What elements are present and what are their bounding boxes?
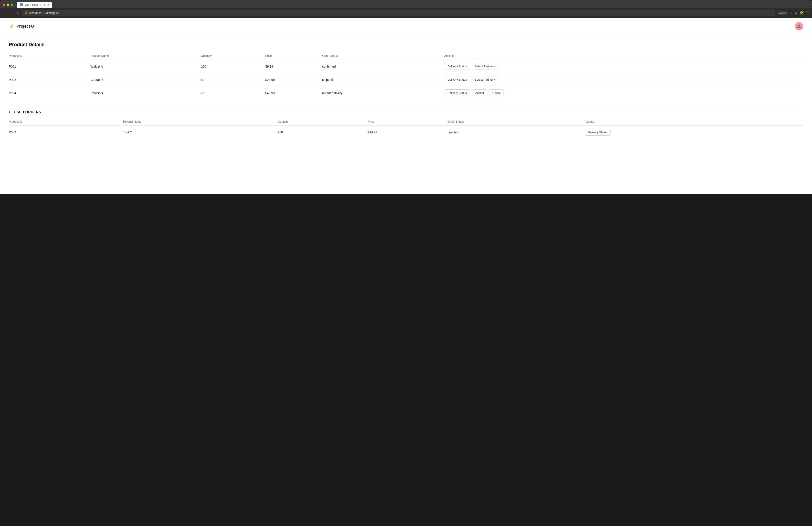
select-partner-button[interactable]: Select Partner ▾ xyxy=(472,63,498,70)
maximize-window-button[interactable] xyxy=(11,3,13,6)
closed-orders-table: Product ID Product Name Quantity Price O… xyxy=(9,118,803,139)
closed-col-order-status: Order Status xyxy=(448,118,585,126)
tab-close-button[interactable]: × xyxy=(47,3,49,6)
closed-col-actions: Actions xyxy=(585,118,803,126)
product-details-tbody: P001 Widget A 100 $9.99 confirmed Delive… xyxy=(9,60,803,100)
closed-orders-thead: Product ID Product Name Quantity Price O… xyxy=(9,118,803,126)
app-logo: ⚡ Project G xyxy=(9,24,34,29)
logo-lightning-icon: ⚡ xyxy=(9,24,14,29)
cell-quantity: 100 xyxy=(201,60,265,73)
closed-col-price: Price xyxy=(368,118,448,126)
closed-orders-title: CLOSED ORDERS xyxy=(9,110,803,114)
tab-title: Vite + React + TS xyxy=(25,3,45,6)
chevron-down-icon: ▾ xyxy=(494,65,495,68)
actions-cell: Delivery Status Select Partner ▾ xyxy=(444,63,803,70)
chevron-down-icon: ▾ xyxy=(494,79,495,81)
close-window-button[interactable] xyxy=(3,3,5,6)
table-row: P004 Device D 75 $49.99 out for delivery… xyxy=(9,86,803,100)
product-details-title: Product Details xyxy=(9,42,803,47)
cell-quantity: 50 xyxy=(201,73,265,86)
cell-product-name: Device D xyxy=(90,86,201,100)
forward-button[interactable]: → xyxy=(9,10,14,15)
page-content: Product Details Product ID Product Name … xyxy=(0,35,812,145)
accept-button[interactable]: Accept xyxy=(472,89,488,96)
col-order-status: Order Status xyxy=(322,52,444,60)
closed-col-quantity: Quantity xyxy=(278,118,368,126)
cell-price: $14.99 xyxy=(368,126,448,139)
cell-quantity: 200 xyxy=(278,126,368,139)
cell-order-status: confirmed xyxy=(322,60,444,73)
cell-product-id: P001 xyxy=(9,60,90,73)
product-details-thead: Product ID Product Name Quantity Price O… xyxy=(9,52,803,60)
delivery-status-button[interactable]: Delivery Status xyxy=(585,129,611,136)
app-header: ⚡ Project G xyxy=(0,18,812,35)
traffic-lights xyxy=(3,3,13,6)
col-quantity: Quantity xyxy=(201,52,265,60)
delivery-status-button[interactable]: Delivery Status xyxy=(444,63,470,70)
cell-actions: Delivery Status xyxy=(585,126,803,139)
back-button[interactable]: ← xyxy=(3,10,8,15)
select-partner-button[interactable]: Select Partner ▾ xyxy=(472,76,498,83)
refresh-button[interactable]: ↻ xyxy=(16,10,20,15)
cell-product-name: Widget A xyxy=(90,60,201,73)
url-display: localhost:5173/supplier xyxy=(29,11,59,15)
menu-icon[interactable]: ☰ xyxy=(806,11,809,15)
cell-price: $9.99 xyxy=(265,60,322,73)
cell-order-status: out for delivery xyxy=(322,86,444,100)
new-tab-button[interactable]: + xyxy=(54,3,60,7)
cell-product-id: P004 xyxy=(9,86,90,100)
svg-point-0 xyxy=(798,25,800,26)
cell-actions: Delivery Status Accept Reject xyxy=(444,86,803,100)
cell-product-name: Tool C xyxy=(123,126,278,139)
actions-cell: Delivery Status xyxy=(585,129,803,136)
table-row: P001 Widget A 100 $9.99 confirmed Delive… xyxy=(9,60,803,73)
col-product-name: Product Name xyxy=(90,52,201,60)
closed-col-product-name: Product Name xyxy=(123,118,278,126)
cell-order-status: rejected xyxy=(448,126,585,139)
active-tab[interactable]: V Vite + React + TS × xyxy=(17,2,52,8)
cell-product-id: P002 xyxy=(9,73,90,86)
lock-icon: 🔒 xyxy=(25,11,28,14)
tab-bar: V Vite + React + TS × + xyxy=(0,0,812,8)
tab-favicon: V xyxy=(20,3,23,6)
closed-orders-header-row: Product ID Product Name Quantity Price O… xyxy=(9,118,803,126)
col-actions: Actions xyxy=(444,52,803,60)
cell-actions: Delivery Status Select Partner ▾ xyxy=(444,60,803,73)
browser-window: V Vite + React + TS × + ← → ↻ 🔒 localhos… xyxy=(0,0,812,194)
cell-order-status: shipped xyxy=(322,73,444,86)
cell-price: $49.99 xyxy=(265,86,322,100)
cell-product-name: Gadget B xyxy=(90,73,201,86)
zoom-level: 110% xyxy=(777,11,787,15)
address-bar: ← → ↻ 🔒 localhost:5173/supplier 110% ☆ ⬇… xyxy=(0,8,812,18)
extensions-icon[interactable]: 🧩 xyxy=(800,11,804,15)
closed-orders-tbody: P003 Tool C 200 $14.99 rejected Delivery… xyxy=(9,126,803,139)
cell-quantity: 75 xyxy=(201,86,265,100)
cell-actions: Delivery Status Select Partner ▾ xyxy=(444,73,803,86)
product-details-header-row: Product ID Product Name Quantity Price O… xyxy=(9,52,803,60)
app-title: Project G xyxy=(17,24,34,29)
actions-cell: Delivery Status Accept Reject xyxy=(444,89,803,96)
browser-content: ⚡ Project G Product Details Product ID P… xyxy=(0,18,812,194)
table-row: P002 Gadget B 50 $24.99 shipped Delivery… xyxy=(9,73,803,86)
bookmark-icon[interactable]: ☆ xyxy=(789,11,792,15)
delivery-status-button[interactable]: Delivery Status xyxy=(444,89,470,96)
table-row: P003 Tool C 200 $14.99 rejected Delivery… xyxy=(9,126,803,139)
actions-cell: Delivery Status Select Partner ▾ xyxy=(444,76,803,83)
closed-col-product-id: Product ID xyxy=(9,118,123,126)
col-product-id: Product ID xyxy=(9,52,90,60)
cell-product-id: P003 xyxy=(9,126,123,139)
cell-price: $24.99 xyxy=(265,73,322,86)
download-icon[interactable]: ⬇ xyxy=(795,11,797,15)
avatar[interactable] xyxy=(795,22,803,30)
reject-button[interactable]: Reject xyxy=(489,89,504,96)
col-price: Price xyxy=(265,52,322,60)
product-details-table: Product ID Product Name Quantity Price O… xyxy=(9,52,803,99)
address-field[interactable]: 🔒 localhost:5173/supplier xyxy=(22,10,775,16)
browser-toolbar-icons: ☆ ⬇ 🧩 ☰ xyxy=(789,11,809,15)
delivery-status-button[interactable]: Delivery Status xyxy=(444,76,470,83)
minimize-window-button[interactable] xyxy=(6,3,9,6)
